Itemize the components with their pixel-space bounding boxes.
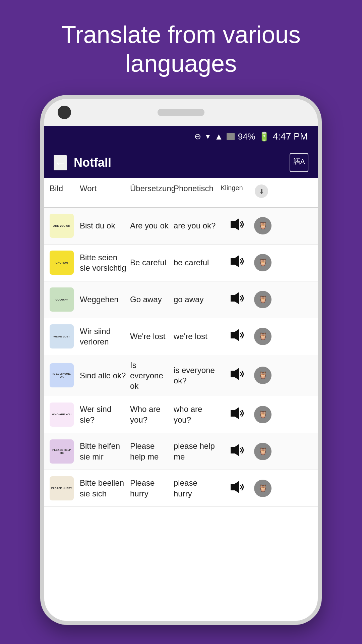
dnd-icon: ⊖ (194, 132, 201, 141)
row-phonetic: is everyone ok? (174, 365, 221, 386)
col-download[interactable]: ⬇ (254, 184, 278, 201)
owl-button[interactable]: 🦉 (254, 406, 272, 423)
table-row: WE'RE LOST Wir siind verloren We're lost… (44, 318, 318, 355)
row-phonetic: are you ok? (174, 220, 221, 231)
row-image: IS EVERYONE OK (50, 363, 74, 387)
battery-percent: 94% (238, 131, 255, 142)
owl-button[interactable]: 🦉 (254, 443, 272, 460)
row-image: WE'RE LOST (50, 324, 74, 348)
row-translation: Please hurry (130, 478, 174, 498)
row-translation: Be careful (130, 257, 174, 268)
row-phonetic: go away (174, 294, 221, 305)
table-row: IS EVERYONE OK Sind alle ok? Is everyone… (44, 355, 318, 396)
phone-notch (44, 99, 318, 126)
wifi-icon: ▲ (215, 131, 223, 142)
row-phonetic: please hurry (174, 478, 221, 498)
col-bild: Bild (50, 184, 80, 201)
row-image: PLEASE HELP ME (50, 439, 74, 464)
owl-button[interactable]: 🦉 (254, 367, 272, 384)
status-bar: ⊖ ▼ ▲ 94% 🔋 4:47 PM (44, 126, 318, 148)
row-phonetic: please help me (174, 441, 221, 462)
table-header: Bild Wort Übersetzung Phonetisch Klingen… (44, 178, 318, 208)
col-phonetisch: Phonetisch (174, 184, 221, 201)
row-wort: Wir siind verloren (80, 326, 130, 347)
row-wort: Bitte beeilen sie sich (80, 478, 130, 498)
row-image: CAUTION (50, 251, 74, 275)
row-translation: Go away (130, 294, 174, 305)
svg-marker-3 (231, 218, 239, 230)
svg-marker-5 (231, 292, 239, 304)
page-header: Translate from various languages (0, 0, 362, 95)
row-image: GO AWAY (50, 287, 74, 312)
svg-marker-4 (231, 255, 239, 267)
owl-button[interactable]: 🦉 (254, 217, 272, 234)
svg-marker-9 (231, 444, 239, 456)
phone-camera (58, 106, 71, 119)
table-row: ARE YOU OK Bist du ok Are you ok are you… (44, 208, 318, 245)
owl-button[interactable]: 🦉 (254, 328, 272, 345)
row-phonetic: who are you? (174, 404, 221, 425)
row-image: PLEASE HURRY (50, 476, 74, 500)
phone-speaker (158, 109, 204, 116)
row-wort: Bitte helfen sie mir (80, 441, 130, 462)
sound-button[interactable] (221, 443, 254, 460)
translate-icon[interactable]: 語A (290, 153, 308, 172)
owl-button[interactable]: 🦉 (254, 291, 272, 308)
svg-text:語A: 語A (294, 158, 305, 165)
back-button[interactable]: ← (54, 155, 67, 170)
table-row: PLEASE HURRY Bitte beeilen sie sich Plea… (44, 470, 318, 507)
sound-button[interactable] (221, 480, 254, 496)
sound-button[interactable] (221, 407, 254, 423)
status-icons: ⊖ ▼ ▲ 94% 🔋 4:47 PM (194, 131, 308, 142)
row-image: ARE YOU OK (50, 214, 74, 238)
sound-button[interactable] (221, 218, 254, 234)
svg-text:⬇: ⬇ (259, 188, 264, 195)
table-row: GO AWAY Weggehen Go away go away 🦉 (44, 281, 318, 318)
vocabulary-table: Bild Wort Übersetzung Phonetisch Klingen… (44, 178, 318, 621)
row-image: WHO ARE YOU (50, 402, 74, 427)
sound-button[interactable] (221, 367, 254, 383)
col-uebersetzung: Übersetzung (130, 184, 174, 201)
row-wort: Bitte seien sie vorsichtig (80, 252, 130, 273)
row-phonetic: be careful (174, 257, 221, 268)
row-translation: Who are you? (130, 404, 174, 425)
sound-button[interactable] (221, 255, 254, 271)
row-wort: Sind alle ok? (80, 370, 130, 381)
table-row: PLEASE HELP ME Bitte helfen sie mir Plea… (44, 433, 318, 470)
dropdown-icon: ▼ (204, 133, 211, 141)
svg-marker-6 (231, 329, 239, 341)
row-wort: Weggehen (80, 294, 130, 305)
row-wort: Bist du ok (80, 220, 130, 231)
sound-button[interactable] (221, 328, 254, 344)
phone-frame: ⊖ ▼ ▲ 94% 🔋 4:47 PM ← Notfall 語A Bild (40, 95, 322, 625)
owl-button[interactable]: 🦉 (254, 480, 272, 497)
status-time: 4:47 PM (273, 131, 308, 142)
row-translation: Please help me (130, 441, 174, 462)
row-translation: Are you ok (130, 220, 174, 231)
table-row: WHO ARE YOU Wer sind sie? Who are you? w… (44, 396, 318, 433)
row-translation: Is everyone ok (130, 360, 174, 391)
svg-marker-10 (231, 481, 239, 493)
col-klingen: Klingen (221, 184, 254, 201)
col-wort: Wort (80, 184, 130, 201)
owl-button[interactable]: 🦉 (254, 254, 272, 271)
svg-marker-7 (231, 368, 239, 380)
row-phonetic: we're lost (174, 331, 221, 341)
table-row: CAUTION Bitte seien sie vorsichtig Be ca… (44, 245, 318, 281)
sim-icon (227, 133, 235, 140)
sound-button[interactable] (221, 291, 254, 308)
app-bar-title: Notfall (74, 156, 290, 170)
row-translation: We're lost (130, 331, 174, 341)
battery-icon: 🔋 (259, 131, 269, 142)
row-wort: Wer sind sie? (80, 404, 130, 425)
app-bar: ← Notfall 語A (44, 148, 318, 178)
svg-marker-8 (231, 407, 239, 419)
